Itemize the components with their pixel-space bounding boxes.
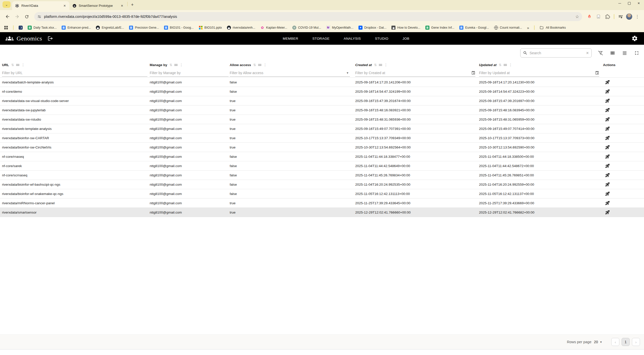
launch-analysis-button[interactable] <box>605 88 611 94</box>
table-row[interactable]: riverxdata/data-sw-jupyterlab nttg8100@g… <box>0 106 644 115</box>
launch-analysis-button[interactable] <box>605 181 611 187</box>
table-row[interactable]: riverxdata/bioinfor-sw-CARTAR nttg8100@g… <box>0 133 644 143</box>
table-row[interactable]: riverxdata/web-template-analysis nttg810… <box>0 124 644 133</box>
filter-off-button[interactable] <box>597 50 604 56</box>
bookmark-item[interactable]: ❖ Dropbox - Dat... <box>356 25 388 31</box>
extensions-button[interactable] <box>604 13 611 20</box>
column-filter-icon[interactable] <box>16 64 19 66</box>
launch-analysis-button[interactable] <box>605 163 611 169</box>
extension-flame[interactable] <box>586 13 593 20</box>
reload-button[interactable] <box>23 13 31 21</box>
reading-list-button[interactable] <box>617 13 624 20</box>
sort-icon[interactable]: ⇅ <box>253 63 256 67</box>
density-button[interactable] <box>621 50 628 56</box>
calendar-icon[interactable] <box>471 71 475 75</box>
table-row[interactable]: riverxdata/batch-template-analysis nttg8… <box>0 78 644 87</box>
column-header[interactable]: URL ⇅ ⋮ <box>2 63 150 67</box>
nav-item[interactable]: MEMBER <box>283 37 298 40</box>
browser-tab-riverxdata[interactable]: RiverXData ✕ <box>12 1 69 10</box>
nav-item[interactable]: STUDIO <box>375 37 388 40</box>
columns-button[interactable] <box>609 50 616 56</box>
bookmark-item[interactable]: EngreitzLab/E... <box>94 25 126 31</box>
filter-input[interactable] <box>2 71 147 75</box>
launch-analysis-button[interactable] <box>605 79 611 85</box>
filter-input[interactable] <box>150 71 229 75</box>
nav-item[interactable]: JOB <box>403 37 409 40</box>
rows-per-page-select[interactable]: 20 ▼ <box>594 340 603 344</box>
table-row[interactable]: riverxdata/bioinfor-wf-snakemake-qc-ngs … <box>0 189 644 198</box>
launch-analysis-button[interactable] <box>605 126 611 132</box>
next-page-button[interactable]: › <box>632 338 640 346</box>
column-menu-icon[interactable]: ⋮ <box>180 63 183 67</box>
table-row[interactable]: riverxdata/smartsensor nttg8100@gmail.co… <box>0 208 644 217</box>
column-menu-icon[interactable]: ⋮ <box>263 63 267 67</box>
window-close-button[interactable]: ✕ <box>637 2 640 5</box>
tab-close-icon[interactable]: ✕ <box>62 4 67 8</box>
launch-analysis-button[interactable] <box>605 107 611 113</box>
browser-tab-smartsensor[interactable]: SmartSensor Prototype ✕ <box>69 1 127 10</box>
column-filter-icon[interactable] <box>379 64 382 66</box>
table-row[interactable]: nf-core/scrnaseq nttg8100@gmail.com fals… <box>0 171 644 180</box>
nav-item[interactable]: STORAGE <box>312 37 330 40</box>
profile-avatar[interactable] <box>626 13 632 20</box>
bookmark-item[interactable]: ✿ Kaplan-Meier... <box>258 25 289 31</box>
sort-icon[interactable]: ⇅ <box>11 63 14 67</box>
launch-analysis-button[interactable] <box>605 200 611 206</box>
apps-grid-icon[interactable] <box>4 26 8 30</box>
column-header[interactable]: Actions <box>603 63 644 67</box>
bookmark-item[interactable]: Enhancer-pred... <box>60 25 93 31</box>
bookmark-item[interactable]: Daily Task.xlsx... <box>26 25 59 31</box>
column-header[interactable]: Updated at ⇅ ⋮ <box>479 63 603 67</box>
bookmark-item[interactable]: How to Develo... <box>389 25 422 31</box>
bookmark-item[interactable]: Eureka - Googl... <box>457 25 491 31</box>
column-menu-icon[interactable]: ⋮ <box>21 63 25 67</box>
launch-analysis-button[interactable] <box>605 209 611 215</box>
sort-icon[interactable]: ⇅ <box>170 63 172 67</box>
nav-item[interactable]: ANALYSIS <box>344 37 361 40</box>
launch-analysis-button[interactable] <box>605 144 611 150</box>
launch-analysis-button[interactable] <box>605 98 611 104</box>
bookmark-item[interactable]: Precision Gene... <box>127 25 161 31</box>
bookmark-item[interactable]: COVID-19 Mul... <box>290 25 323 31</box>
bookmark-item[interactable]: riverxdata/enh... <box>225 25 257 31</box>
calendar-icon[interactable] <box>595 71 599 75</box>
column-menu-icon[interactable]: ⋮ <box>384 63 388 67</box>
launch-analysis-button[interactable] <box>605 116 611 122</box>
forward-button[interactable] <box>13 13 21 21</box>
table-row[interactable]: nf-core/demo nttg8100@gmail.com false 20… <box>0 87 644 96</box>
bookmark-star-icon[interactable]: ☆ <box>575 14 579 19</box>
table-row[interactable]: riverxdata/data-sw-visual-studio-code-se… <box>0 96 644 106</box>
fullscreen-button[interactable] <box>633 50 640 56</box>
column-filter-icon[interactable] <box>174 64 178 66</box>
bookmark-item[interactable]: M MyOpenMath... <box>324 25 355 31</box>
column-header[interactable]: Allow access ⇅ ⋮ <box>230 63 355 67</box>
launch-analysis-button[interactable] <box>605 154 611 160</box>
window-minimize-button[interactable] <box>618 2 621 5</box>
tab-search-button[interactable]: ⌄ <box>3 1 11 8</box>
settings-button[interactable] <box>631 35 638 42</box>
filter-input[interactable] <box>355 71 470 75</box>
column-header[interactable]: Manage by ⇅ ⋮ <box>150 63 230 67</box>
new-tab-button[interactable]: + <box>129 2 136 8</box>
current-page-button[interactable]: 1 <box>622 338 630 346</box>
table-row[interactable]: riverxdata/miRNorms-cancer-panel nttg810… <box>0 198 644 208</box>
app-logo[interactable]: Genomics <box>6 34 42 42</box>
column-filter-icon[interactable] <box>504 64 507 66</box>
table-row[interactable]: riverxdata/bioinfor-wf-bashscipt-qc-ngs … <box>0 180 644 189</box>
column-filter-icon[interactable] <box>258 64 261 66</box>
bookmark-item[interactable]: BIO101.pptx <box>197 25 224 31</box>
filter-dropdown-caret-icon[interactable]: ▼ <box>346 71 350 74</box>
sort-icon[interactable]: ⇅ <box>374 63 377 67</box>
search-input[interactable] <box>530 51 584 55</box>
extension-document[interactable] <box>595 13 602 20</box>
filter-input[interactable] <box>230 71 345 75</box>
launch-analysis-button[interactable] <box>605 172 611 178</box>
table-row[interactable]: riverxdata/data-sw-rstudio nttg8100@gmai… <box>0 115 644 124</box>
prev-page-button[interactable]: ‹ <box>611 338 619 346</box>
column-menu-icon[interactable]: ⋮ <box>509 63 512 67</box>
bookmark-item[interactable]: Gene Index Inf... <box>423 25 456 31</box>
bookmark-item[interactable] <box>17 25 25 31</box>
bookmark-item[interactable]: BIO101 - Goog... <box>162 25 196 31</box>
search-clear-icon[interactable]: ✕ <box>586 51 589 55</box>
column-header[interactable]: Created at ⇅ ⋮ <box>355 63 479 67</box>
